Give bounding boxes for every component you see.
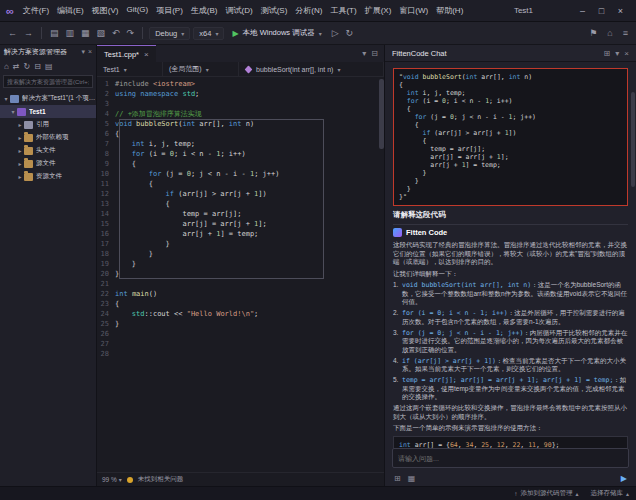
collapse-all-icon[interactable]: ⊟ xyxy=(34,62,41,71)
chat-input[interactable] xyxy=(398,455,623,462)
open-file-icon[interactable]: ▥ xyxy=(64,27,77,39)
menu-item[interactable]: 分析(N) xyxy=(291,3,326,18)
feedback-icon[interactable]: ⌂ xyxy=(605,27,614,39)
tab-test1-cpp[interactable]: Test1.cpp* × xyxy=(97,45,156,62)
live-share-icon[interactable]: ⚑ xyxy=(587,27,599,39)
menu-item[interactable]: 测试(S) xyxy=(257,3,292,18)
refresh-icon[interactable]: ↻ xyxy=(344,27,356,39)
quoted-code-line: if (arr[j] > arr[j + 1]) xyxy=(399,129,622,137)
back-icon[interactable]: ← xyxy=(6,27,19,39)
menu-item[interactable]: Git(G) xyxy=(122,3,152,18)
chat-menu-icon[interactable]: ▾ xyxy=(615,49,619,58)
chat-blocks: 这段代码实现了经典的冒泡排序算法。冒泡排序通过迭代比较相邻的元素，并交换它们的位… xyxy=(393,241,628,448)
chevron-right-icon[interactable]: ▸ xyxy=(16,147,24,154)
chat-paragraph: 下面是一个简单的示例来演示冒泡排序的使用方法： xyxy=(393,424,628,433)
editor-panel: Test1.cpp* × ▾ ⊟ Test1▾ (全局范围)▾ bubbleSo… xyxy=(97,45,384,486)
tree-item[interactable]: ▾解决方案"Test1"(1 个项目, 共 1 个) xyxy=(0,92,96,105)
menu-item[interactable]: 生成(B) xyxy=(187,3,222,18)
editor-scrollbar[interactable] xyxy=(379,79,384,149)
chat-list-item: 1.void bubbleSort(int arr[], int n)：这是一个… xyxy=(393,281,628,307)
menu-item[interactable]: 窗口(W) xyxy=(395,3,432,18)
solution-explorer-panel: 解决方案资源管理器 ▾ × ⌂ ⇄ ↻ ⊟ ▤ ▾解决方案"Test1"(1 个… xyxy=(0,45,97,486)
code-editor[interactable]: 1#include <iostream>2using namespace std… xyxy=(97,77,384,472)
attach-icon[interactable]: ⊞ xyxy=(394,474,401,483)
maximize-button[interactable]: □ xyxy=(592,6,611,16)
menu-item[interactable]: 项目(P) xyxy=(152,3,187,18)
nav-member-dropdown[interactable]: bubbleSort(int arr[], int n)▾ xyxy=(239,62,384,76)
chevron-right-icon[interactable]: ▸ xyxy=(16,121,24,128)
refresh-icon[interactable]: ↻ xyxy=(24,62,31,71)
tree-item[interactable]: ▾Test1 xyxy=(0,105,96,118)
chevron-down-icon: ▾ xyxy=(124,66,127,73)
new-project-icon[interactable]: ▤ xyxy=(48,27,61,39)
chevron-down-icon[interactable]: ▾ xyxy=(2,95,10,102)
chat-body: "void bubbleSort(int arr[], int n){ int … xyxy=(385,62,636,448)
tab-close-icon[interactable]: × xyxy=(144,50,149,59)
solution-search-input[interactable] xyxy=(3,75,93,88)
chevron-down-icon: ▾ xyxy=(319,30,322,37)
chevron-right-icon[interactable]: ▸ xyxy=(16,173,24,180)
chat-scrollbar[interactable] xyxy=(631,92,635,187)
code-line: 28 xyxy=(97,349,384,359)
zoom-level[interactable]: 99 % ▾ xyxy=(102,476,122,483)
tree-item-label: 源文件 xyxy=(36,159,56,168)
editor-tab-bar: Test1.cpp* × ▾ ⊟ xyxy=(97,45,384,62)
chevron-right-icon[interactable]: ▸ xyxy=(16,160,24,167)
menu-item[interactable]: 工具(T) xyxy=(326,3,360,18)
chevron-right-icon[interactable]: ▸ xyxy=(16,134,24,141)
chat-input-box xyxy=(392,448,629,468)
more-options-icon[interactable]: ≡ xyxy=(621,27,630,39)
tree-item[interactable]: ▸头文件 xyxy=(0,144,96,157)
play-icon: ▶ xyxy=(232,29,238,38)
menu-item[interactable]: 调试(D) xyxy=(222,3,257,18)
panel-menu-icon[interactable]: ▾ xyxy=(81,48,85,56)
forward-icon[interactable]: → xyxy=(22,27,35,39)
save-icon[interactable]: ▦ xyxy=(79,27,92,39)
menu-item[interactable]: 帮助(H) xyxy=(432,3,467,18)
add-source-control-button[interactable]: ↑ 添加到源代码管理 ▴ xyxy=(514,489,578,498)
image-icon[interactable]: ▦ xyxy=(408,474,416,483)
nav-scope-dropdown[interactable]: (全局范围)▾ xyxy=(163,62,239,76)
tree-item-label: 头文件 xyxy=(36,146,56,155)
switch-views-icon[interactable]: ⇄ xyxy=(13,62,20,71)
editor-navigation-bar: Test1▾ (全局范围)▾ bubbleSort(int arr[], int… xyxy=(97,62,384,77)
code-line: 25} xyxy=(97,319,384,329)
tree-item[interactable]: ▸外部依赖项 xyxy=(0,131,96,144)
window-title: Test1 xyxy=(514,6,533,15)
minimize-button[interactable]: – xyxy=(573,6,592,16)
run-without-debug-icon[interactable]: ▷ xyxy=(330,27,341,39)
chevron-down-icon[interactable]: ▾ xyxy=(9,108,17,115)
document-health-icon[interactable] xyxy=(127,477,133,483)
menu-item[interactable]: 视图(V) xyxy=(88,3,123,18)
home-icon[interactable]: ⌂ xyxy=(4,62,9,71)
panel-close-icon[interactable]: × xyxy=(88,48,92,56)
folder-icon xyxy=(24,160,33,168)
select-repo-button[interactable]: 选择存储库 ▴ xyxy=(590,489,629,498)
method-icon xyxy=(245,65,253,73)
nav-project-dropdown[interactable]: Test1▾ xyxy=(97,62,163,76)
close-button[interactable]: × xyxy=(611,6,630,16)
tree-item[interactable]: ▸源文件 xyxy=(0,157,96,170)
menu-item[interactable]: 扩展(X) xyxy=(361,3,396,18)
menu-bar: 文件(F)编辑(E)视图(V)Git(G)项目(P)生成(B)调试(D)测试(S… xyxy=(19,3,467,18)
undo-icon[interactable]: ↶ xyxy=(110,27,122,39)
redo-icon[interactable]: ↷ xyxy=(125,27,137,39)
code-line: 6{ xyxy=(97,129,384,139)
chat-new-icon[interactable]: ⊞ xyxy=(604,49,611,58)
config-dropdown[interactable]: Debug▾ xyxy=(149,27,190,40)
menu-item[interactable]: 文件(F) xyxy=(19,3,53,18)
chevron-down-icon: ▾ xyxy=(206,66,209,73)
save-all-icon[interactable]: ▧ xyxy=(95,27,108,39)
run-debug-button[interactable]: ▶ 本地 Windows 调试器 ▾ xyxy=(227,27,326,39)
platform-dropdown[interactable]: x64▾ xyxy=(193,27,224,40)
float-window-icon[interactable]: ⊟ xyxy=(371,49,378,58)
code-line: 10 for (j = 0; j < n - i - 1; j++) xyxy=(97,169,384,179)
tree-item[interactable]: ▸引用 xyxy=(0,118,96,131)
code-line: 23{ xyxy=(97,299,384,309)
show-all-files-icon[interactable]: ▤ xyxy=(45,62,53,71)
tree-item[interactable]: ▸资源文件 xyxy=(0,170,96,183)
tab-list-icon[interactable]: ▾ xyxy=(362,49,366,58)
menu-item[interactable]: 编辑(E) xyxy=(53,3,88,18)
send-icon[interactable]: ▶ xyxy=(621,474,627,483)
chat-close-icon[interactable]: × xyxy=(624,49,629,58)
